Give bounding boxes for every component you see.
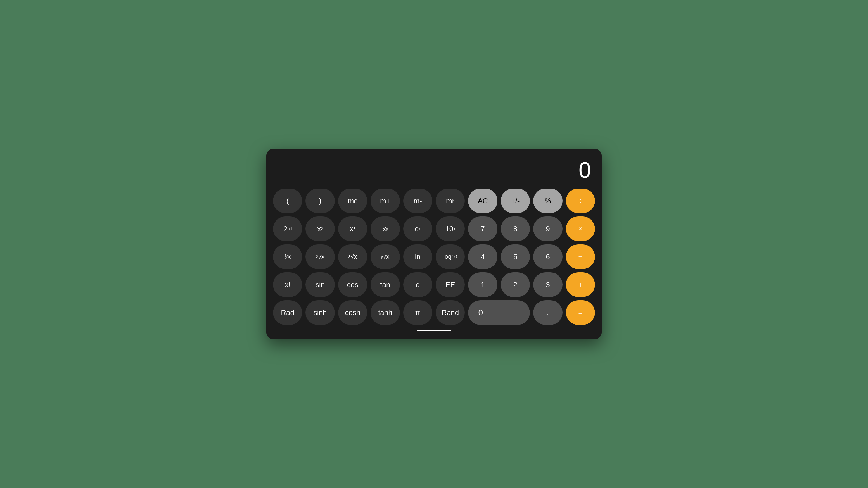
e-button[interactable]: e [403,272,432,297]
home-indicator [417,330,451,331]
pi-button[interactable]: π [403,300,432,325]
ac-button[interactable]: AC [468,189,497,213]
m-minus-button[interactable]: m- [403,189,432,213]
sqrt-3-button[interactable]: 3√x [338,245,367,269]
sin-button[interactable]: sin [305,272,335,297]
divide-button[interactable]: ÷ [566,189,595,213]
rad-button[interactable]: Rad [273,300,302,325]
7-button[interactable]: 7 [468,217,497,241]
sqrt-2-button[interactable]: 2√x [305,245,335,269]
rand-button[interactable]: Rand [436,300,465,325]
10-x-button[interactable]: 10x [436,217,465,241]
5-button[interactable]: 5 [501,245,530,269]
sinh-button[interactable]: sinh [305,300,335,325]
0-button[interactable]: 0 [468,300,530,325]
9-button[interactable]: 9 [533,217,562,241]
m-plus-button[interactable]: m+ [371,189,400,213]
1-button[interactable]: 1 [468,272,497,297]
3-button[interactable]: 3 [533,272,562,297]
x-squared-button[interactable]: x2 [305,217,335,241]
e-x-button[interactable]: ex [403,217,432,241]
8-button[interactable]: 8 [501,217,530,241]
6-button[interactable]: 6 [533,245,562,269]
add-button[interactable]: + [566,272,595,297]
percent-button[interactable]: % [533,189,562,213]
sqrt-y-button[interactable]: y√x [371,245,400,269]
subtract-button[interactable]: − [566,245,595,269]
equals-button[interactable]: = [566,300,595,325]
x-y-button[interactable]: xy [371,217,400,241]
plus-minus-button[interactable]: +/- [501,189,530,213]
calculator: 0 ( ) mc m+ m- mr AC +/- % ÷ 2nd x2 x3 x… [266,149,602,339]
tan-button[interactable]: tan [371,272,400,297]
tanh-button[interactable]: tanh [371,300,400,325]
multiply-button[interactable]: × [566,217,595,241]
2nd-button[interactable]: 2nd [273,217,302,241]
buttons-grid: ( ) mc m+ m- mr AC +/- % ÷ 2nd x2 x3 xy … [273,189,595,325]
2-button[interactable]: 2 [501,272,530,297]
open-paren-button[interactable]: ( [273,189,302,213]
mc-button[interactable]: mc [338,189,367,213]
decimal-button[interactable]: . [533,300,562,325]
display-value: 0 [579,157,591,183]
mr-button[interactable]: mr [436,189,465,213]
display: 0 [273,155,595,189]
one-over-x-button[interactable]: ¹⁄x [273,245,302,269]
ee-button[interactable]: EE [436,272,465,297]
close-paren-button[interactable]: ) [305,189,335,213]
cosh-button[interactable]: cosh [338,300,367,325]
ln-button[interactable]: ln [403,245,432,269]
factorial-button[interactable]: x! [273,272,302,297]
cos-button[interactable]: cos [338,272,367,297]
4-button[interactable]: 4 [468,245,497,269]
log10-button[interactable]: log10 [436,245,465,269]
x-cubed-button[interactable]: x3 [338,217,367,241]
